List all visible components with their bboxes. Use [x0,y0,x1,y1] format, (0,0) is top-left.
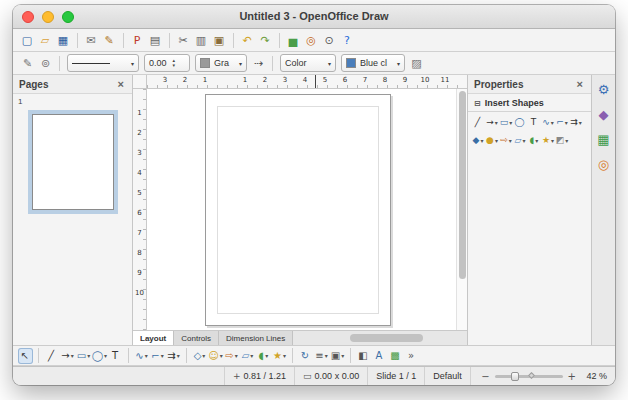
extrusion-icon[interactable]: ◧ [356,348,371,364]
stars-icon[interactable]: ★▾ [541,133,555,148]
line-ends-with-arrow-icon[interactable]: →▾ [485,115,499,130]
title-bar[interactable]: Untitled 3 - OpenOffice Draw [13,5,615,29]
shadow-icon[interactable]: ▨ [408,54,425,72]
drawing-canvas[interactable] [147,89,456,330]
flowchart-icon[interactable]: ▱▾ [513,133,527,148]
arrange-icon[interactable]: ▣▾ [330,348,345,364]
zoom-slider-handle[interactable] [511,372,519,381]
lines-and-arrows-icon[interactable]: ⇉▾ [569,115,583,130]
zoom-out-icon[interactable]: − [481,371,489,382]
line-width-spinner[interactable]: 0.00 ▴ ▾ [144,54,190,72]
line-icon[interactable]: ╱ [44,348,59,364]
area-color-select[interactable]: Blue cl ▾ [341,54,405,72]
arrow-style-icon[interactable]: ⇢ [250,54,267,72]
paste-icon[interactable]: ▣ [211,31,228,49]
page-style-segment[interactable]: Default [425,367,471,385]
copy-icon[interactable]: ▥ [193,31,210,49]
glue-points-icon[interactable]: ⊚ [37,54,54,72]
connector-icon[interactable]: ⌐▾ [150,348,165,364]
horizontal-scrollbar[interactable] [297,331,463,345]
zoom-slider[interactable] [495,375,563,378]
section-collapse-icon[interactable]: ⊟ [474,99,481,108]
pages-panel-close-icon[interactable]: × [116,78,126,90]
line-style-select[interactable]: ▾ [67,54,139,72]
block-arrows-icon[interactable]: ⇨▾ [224,348,239,364]
open-document-icon[interactable]: ▱ [37,31,54,49]
cut-icon[interactable]: ✂ [175,31,192,49]
export-pdf-icon[interactable]: P [129,31,146,49]
basic-shapes-icon[interactable]: ◇▾ [192,348,207,364]
vertical-scrollbar-thumb[interactable] [459,91,466,279]
ruler-label: 2 [255,75,275,88]
page-thumbnail[interactable] [28,110,118,214]
connector-icon[interactable]: ⌐▾ [555,115,569,130]
navigator-deck-icon[interactable]: ◎ [595,155,613,173]
fontwork-icon[interactable]: A [372,348,387,364]
zoom-icon[interactable]: ⊙ [321,31,338,49]
properties-panel-close-icon[interactable]: × [575,78,585,90]
print-file-icon[interactable]: ▤ [147,31,164,49]
ellipse-icon[interactable]: ◯ [513,115,527,130]
text-icon[interactable]: T [108,348,123,364]
slide-indicator-segment: Slide 1 / 1 [368,367,425,385]
gallery-deck-icon[interactable]: ▦ [595,130,613,148]
curve-icon[interactable]: ∿▾ [134,348,149,364]
save-document-icon[interactable]: ▦ [55,31,72,49]
close-window-button[interactable] [22,11,34,23]
rectangle-icon[interactable]: ▭▾ [499,115,513,130]
insert-shapes-section-header[interactable]: ⊟ Insert Shapes [468,94,591,112]
styles-deck-icon[interactable]: ◆ [595,105,613,123]
tab-layout[interactable]: Layout [133,331,174,345]
toolbar-overflow-icon[interactable]: » [404,348,419,364]
edit-file-icon[interactable]: ✎ [101,31,118,49]
edit-points-icon[interactable]: ✎ [19,54,36,72]
email-document-icon[interactable]: ✉ [83,31,100,49]
zoom-window-button[interactable] [62,11,74,23]
area-style-select[interactable]: Color ▾ [280,54,336,72]
basic-shapes-icon[interactable]: ◆▾ [471,133,485,148]
help-icon[interactable]: ? [339,31,356,49]
rotate-icon[interactable]: ↻ [298,348,313,364]
callouts-icon[interactable]: ◖▾ [527,133,541,148]
horizontal-ruler[interactable]: 3211234567891011 [147,75,467,89]
line-color-select[interactable]: Gra ▾ [195,54,247,72]
new-document-icon[interactable]: ▢ [19,31,36,49]
callouts-icon[interactable]: ◖▾ [256,348,271,364]
symbol-shapes-icon[interactable]: ●▾ [485,133,499,148]
zoom-in-icon[interactable]: + [568,371,576,382]
select-icon[interactable]: ↖ [18,348,33,364]
spin-down-icon[interactable]: ▾ [173,63,176,68]
ruler-label: 5 [137,183,141,203]
horizontal-scrollbar-thumb[interactable] [350,334,423,342]
rectangle-icon[interactable]: ▭▾ [76,348,91,364]
flowchart-icon[interactable]: ▱▾ [240,348,255,364]
pages-list[interactable]: 1 [13,94,132,345]
properties-deck-icon[interactable]: ⚙ [595,80,613,98]
vertical-scrollbar[interactable] [456,89,467,330]
tab-controls[interactable]: Controls [174,331,219,345]
cursor-position-segment: + 0.81 / 1.21 [225,367,295,385]
lines-and-arrows-icon[interactable]: ⇉▾ [166,348,181,364]
insert-chart-icon[interactable]: ▅ [285,31,302,49]
curve-icon[interactable]: ∿▾ [541,115,555,130]
area-color-value: Blue cl [360,58,387,68]
tab-dimension-lines[interactable]: Dimension Lines [219,331,293,345]
window-title: Untitled 3 - OpenOffice Draw [13,5,615,28]
line-icon[interactable]: ╱ [471,115,485,130]
3d-objects-icon[interactable]: ◩▾ [555,133,569,148]
symbol-shapes-icon[interactable]: ☺▾ [208,348,223,364]
insert-image-icon[interactable]: ▩ [388,348,403,364]
align-objects-icon[interactable]: ≡▾ [314,348,329,364]
minimize-window-button[interactable] [42,11,54,23]
undo-icon[interactable]: ↶ [239,31,256,49]
block-arrows-icon[interactable]: ⇨▾ [499,133,513,148]
navigator-icon[interactable]: ◎ [303,31,320,49]
ruler-label: 10 [415,75,435,88]
line-ends-with-arrow-icon[interactable]: →▾ [60,348,75,364]
vertical-ruler[interactable]: 12345678910 [133,89,147,330]
redo-icon[interactable]: ↷ [257,31,274,49]
zoom-percentage[interactable]: 42 % [581,371,607,381]
text-icon[interactable]: T [527,115,541,130]
ellipse-icon[interactable]: ◯▾ [92,348,107,364]
stars-icon[interactable]: ★▾ [272,348,287,364]
